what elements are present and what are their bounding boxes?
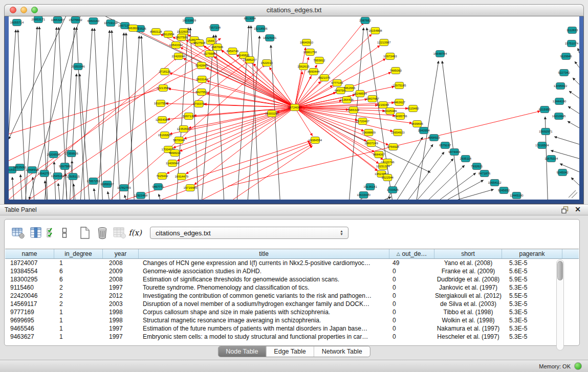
network-node[interactable]: 8471876 [478, 170, 491, 177]
table-row[interactable]: 1872400712008Changes of HCN gene express… [5, 259, 579, 267]
select-all-icon[interactable] [46, 225, 57, 240]
close-window-button[interactable] [10, 7, 16, 13]
network-node[interactable]: 9777169 [331, 80, 343, 86]
network-node[interactable]: 13942757 [37, 170, 51, 177]
network-node[interactable]: 2987606 [211, 44, 224, 51]
network-node[interactable]: 9921075 [318, 75, 331, 81]
network-node[interactable]: 1112833 [567, 27, 578, 34]
network-node[interactable]: 6460160 [88, 18, 100, 25]
function-builder-icon[interactable]: f(x) [129, 225, 141, 240]
network-node[interactable]: 9242843 [195, 62, 208, 69]
network-node[interactable]: 6579197 [439, 142, 451, 149]
network-node[interactable]: 1522013 [261, 60, 273, 67]
network-node[interactable]: 12445190 [510, 192, 524, 199]
network-node[interactable]: 9245042 [557, 169, 569, 176]
network-node[interactable]: 7463822 [127, 25, 140, 32]
network-node[interactable]: 8427552 [195, 89, 208, 96]
network-node[interactable]: 7357234 [209, 25, 221, 31]
table-row[interactable]: 2242004622012Investigating the contribut… [5, 292, 579, 300]
tab-node-table[interactable]: Node Table [218, 346, 266, 357]
network-node[interactable]: 6216048 [377, 102, 389, 108]
table-source-select[interactable]: citations_edges.txt ▲▼ [150, 227, 349, 239]
network-node[interactable]: 8960124 [150, 29, 162, 35]
zoom-window-button[interactable] [31, 7, 38, 13]
column-header-in_degree[interactable]: in_degree [54, 249, 103, 258]
network-node[interactable]: 17359926 [64, 150, 78, 157]
network-node[interactable]: 18325041 [263, 35, 277, 41]
network-node[interactable]: 15716485 [183, 185, 197, 191]
network-node[interactable]: 10654112 [488, 180, 502, 186]
table-row[interactable]: 1830029562008Estimation of significance … [5, 275, 579, 283]
network-node[interactable]: 8215955 [539, 106, 551, 113]
network-node[interactable]: 12654085 [156, 117, 169, 123]
network-node[interactable]: 9498222 [169, 150, 181, 157]
network-node[interactable]: 9827506 [176, 34, 188, 41]
network-node[interactable]: 7462666 [343, 85, 356, 92]
network-node[interactable]: 10719134 [104, 20, 118, 27]
network-node[interactable]: 12095822 [554, 83, 568, 90]
network-node[interactable]: 9827508 [193, 40, 206, 47]
network-node[interactable]: 9884067 [373, 151, 385, 158]
network-node[interactable]: 15218506 [254, 26, 268, 32]
network-node[interactable]: 9756928 [387, 144, 400, 150]
network-node[interactable]: 9175685 [204, 51, 216, 57]
network-node[interactable]: 20353346 [71, 63, 85, 70]
network-node[interactable]: 1546 [206, 38, 215, 45]
network-node[interactable]: 11545194 [51, 173, 65, 180]
network-node[interactable]: 16136141 [363, 184, 377, 190]
network-node[interactable]: 7955812 [313, 57, 325, 64]
column-header-year[interactable]: year [103, 249, 139, 258]
table-row[interactable]: 946554611997Estimation of the future num… [5, 324, 579, 333]
table-row[interactable]: 977716911998Corpus callosum shape and si… [5, 308, 579, 316]
network-node[interactable]: 9474444 [448, 149, 461, 156]
resize-grip-icon[interactable] [569, 190, 577, 198]
network-node[interactable]: 15692971 [539, 128, 553, 135]
network-node[interactable]: 16958107 [100, 181, 114, 188]
network-node[interactable]: 9457771 [152, 184, 164, 190]
table-settings-icon[interactable] [11, 225, 26, 240]
network-node[interactable]: 17957253 [86, 178, 100, 185]
network-canvas[interactable]: 1605571420953171106532871527660264601601… [9, 16, 579, 200]
float-panel-icon[interactable] [561, 206, 569, 213]
network-node[interactable]: 8813054 [244, 16, 256, 22]
network-node[interactable]: 16914479 [175, 173, 189, 180]
network-node[interactable]: 15276602 [69, 17, 82, 24]
column-header-pagerank[interactable]: pagerank [502, 249, 562, 258]
network-node[interactable]: 2718126 [159, 69, 171, 75]
network-node[interactable]: 15751074 [565, 40, 579, 47]
tab-network-table[interactable]: Network Table [314, 346, 370, 357]
row-height-icon[interactable] [59, 225, 70, 240]
network-node[interactable]: 10807487 [365, 96, 379, 102]
network-node[interactable]: 9129946 [560, 53, 572, 60]
network-node[interactable]: 19495756 [394, 113, 407, 120]
network-node[interactable]: 20206536 [47, 151, 60, 158]
network-node[interactable]: 12505115 [67, 173, 80, 180]
table-row[interactable]: 946362711997Embryonic stem cells: a mode… [5, 333, 579, 341]
network-node[interactable]: 15166825 [158, 132, 172, 139]
network-node[interactable]: 16154808 [368, 28, 382, 34]
network-node[interactable]: 9245652 [498, 187, 510, 194]
network-node[interactable]: 7485063 [390, 68, 402, 74]
network-node[interactable]: 7932621 [471, 163, 483, 170]
network-node[interactable]: 1733426 [387, 187, 399, 193]
network-node[interactable]: 18640910 [300, 39, 314, 46]
network-node[interactable]: 15720407 [356, 118, 369, 125]
table-row[interactable]: 969969511998Structural magnetic resonanc… [5, 316, 579, 324]
network-node[interactable]: 15654923 [391, 129, 405, 136]
network-node[interactable]: 9227342 [558, 70, 571, 76]
network-node[interactable]: 7986322 [347, 107, 360, 114]
network-node[interactable]: 2087662 [359, 17, 372, 24]
minimize-window-button[interactable] [20, 7, 27, 13]
network-node[interactable]: 17016504 [535, 142, 549, 149]
network-node[interactable]: 8990444 [308, 69, 320, 75]
show-column-icon[interactable] [28, 225, 43, 240]
network-node[interactable]: 14633410 [357, 192, 371, 199]
network-node[interactable]: 10653287 [51, 17, 64, 24]
column-header-title[interactable]: title [139, 249, 389, 258]
table-row[interactable]: 911546021997Tourette syndrome. Phenomeno… [5, 283, 579, 292]
network-node[interactable]: 12444190 [553, 98, 567, 105]
network-node[interactable]: 20953171 [32, 16, 46, 23]
network-node[interactable]: 8912954 [162, 31, 175, 38]
column-header-out_de[interactable]: △out_de… [389, 249, 434, 258]
network-node[interactable]: 16648784 [433, 51, 447, 57]
